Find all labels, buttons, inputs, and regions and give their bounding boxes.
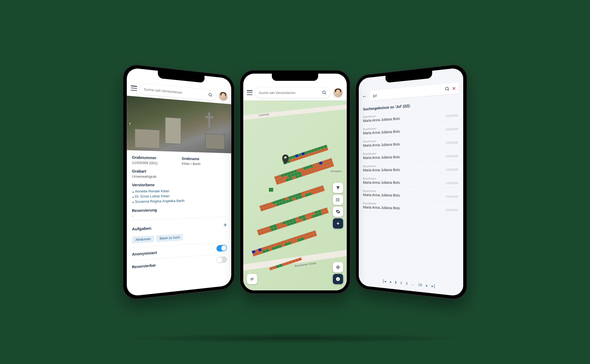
svg-point-8 xyxy=(336,200,337,200)
search-icon[interactable] xyxy=(322,90,327,95)
app-header xyxy=(243,85,347,100)
page-first-button[interactable]: ⎮◂ xyxy=(383,279,386,283)
svg-text:i: i xyxy=(338,278,339,281)
svg-line-3 xyxy=(325,93,326,94)
grabnummer-value: 11/03/009 (001) xyxy=(132,161,182,166)
info-button[interactable]: i xyxy=(333,274,343,284)
result-name: Maria Anna Juliana Bois xyxy=(363,155,400,160)
page-last-button[interactable]: ▸⎮ xyxy=(431,284,435,288)
page-ellipsis: … xyxy=(411,282,414,286)
result-name: Maria Anna Juliana Bois xyxy=(363,168,400,172)
page-number[interactable]: 3 xyxy=(406,281,407,285)
menu-button[interactable] xyxy=(247,90,253,95)
grabart-label: Grabart xyxy=(132,169,227,174)
grabname-label: Grabname xyxy=(182,157,227,162)
task-chip[interactable]: Baum zu hoch xyxy=(156,234,183,242)
page-prev-button[interactable]: ◂ xyxy=(389,280,391,284)
add-task-button[interactable]: + xyxy=(223,221,227,229)
anonymisiert-label: Anonymisiert xyxy=(132,250,157,256)
filter-button[interactable] xyxy=(333,183,343,193)
locate-button[interactable] xyxy=(333,262,343,272)
verstorbene-label: Verstorbene xyxy=(132,183,227,187)
search-field[interactable] xyxy=(255,88,330,98)
result-code: 10/04/008 xyxy=(446,141,458,144)
result-code: 10/04/008 xyxy=(446,182,458,185)
page-number[interactable]: 10 xyxy=(418,283,422,287)
search-icon[interactable] xyxy=(445,86,450,91)
result-location: Buschhoven xyxy=(363,190,400,193)
prev-photo-button[interactable]: ‹ xyxy=(129,120,131,126)
result-location: Buschhoven xyxy=(363,164,400,168)
svg-point-9 xyxy=(336,201,337,201)
result-code: 10/04/008 xyxy=(446,195,458,198)
page-number[interactable]: 1 xyxy=(395,280,397,284)
avatar[interactable] xyxy=(219,91,228,101)
svg-line-1 xyxy=(211,96,212,97)
result-name: Maria Anna Juliana Bois xyxy=(363,142,400,148)
aufgaben-label: Aufgaben xyxy=(132,226,151,231)
settings-button[interactable] xyxy=(333,206,343,217)
map-label: Einsegnun xyxy=(331,170,342,172)
search-input[interactable] xyxy=(144,87,206,97)
search-input[interactable] xyxy=(259,91,320,95)
result-code: 10/04/008 xyxy=(446,127,458,131)
cemetery-map[interactable]: Centweg Bornheimer Straße Einsegnun xyxy=(243,100,347,290)
deceased-list: Annette Renate Kilian Dr. Ernst Lothar K… xyxy=(132,188,227,204)
grabname-value: Kilian / Barth xyxy=(182,162,227,166)
result-location: Buschhoven xyxy=(363,202,400,206)
swap-button[interactable] xyxy=(247,274,257,284)
reservierbar-label: Reservierbar xyxy=(132,263,156,269)
svg-point-2 xyxy=(323,91,325,94)
task-chip[interactable]: Abräumen xyxy=(132,235,154,244)
search-input[interactable] xyxy=(373,87,442,98)
map-pin-icon xyxy=(282,154,289,164)
result-name: Maria Anna Juliana Bois xyxy=(363,193,400,197)
svg-point-13 xyxy=(338,267,339,268)
result-code: 10/04/008 xyxy=(446,155,458,158)
result-name: Maria Anna Juliana Bois xyxy=(363,205,400,210)
grabnummer-label: Grabnummer xyxy=(132,155,182,161)
reservierbar-toggle[interactable] xyxy=(216,256,227,263)
menu-button[interactable] xyxy=(131,85,137,91)
clear-search-button[interactable]: ✕ xyxy=(452,86,456,91)
list-button[interactable] xyxy=(333,195,343,205)
anonymisiert-toggle[interactable] xyxy=(216,245,227,252)
svg-line-21 xyxy=(448,89,449,90)
result-item[interactable]: BuschhovenMaria Anna Juliana Bois10/04/0… xyxy=(359,160,463,175)
svg-point-0 xyxy=(209,93,211,96)
result-code: 10/04/008 xyxy=(446,114,458,118)
grave-photo: ‹ xyxy=(127,96,231,153)
result-item[interactable]: BuschhovenMaria Anna Juliana Bois10/04/0… xyxy=(359,174,463,188)
grabart-value: Urnenwahlgrab xyxy=(132,175,227,179)
back-button[interactable]: ← xyxy=(362,93,367,100)
result-location: Buschhoven xyxy=(363,177,400,180)
page-number[interactable]: 2 xyxy=(400,281,402,285)
pagination: ⎮◂ ◂ 1 2 3 … 10 ▸ ▸⎮ xyxy=(359,273,463,297)
avatar[interactable] xyxy=(333,88,343,98)
result-code: 10/04/008 xyxy=(446,209,458,212)
result-item[interactable]: BuschhovenMaria Anna Juliana Bois10/04/0… xyxy=(359,187,463,201)
results-list: BuschhovenMaria Anna Juliana Bois10/04/0… xyxy=(359,106,463,215)
svg-point-7 xyxy=(336,198,337,199)
result-code: 10/04/008 xyxy=(446,168,458,171)
add-button[interactable] xyxy=(333,218,343,229)
result-name: Maria Anna Juliana Bois xyxy=(363,180,400,185)
page-next-button[interactable]: ▸ xyxy=(426,283,428,288)
search-icon[interactable] xyxy=(208,92,213,97)
result-item[interactable]: BuschhovenMaria Anna Juliana Bois10/04/0… xyxy=(359,200,463,215)
